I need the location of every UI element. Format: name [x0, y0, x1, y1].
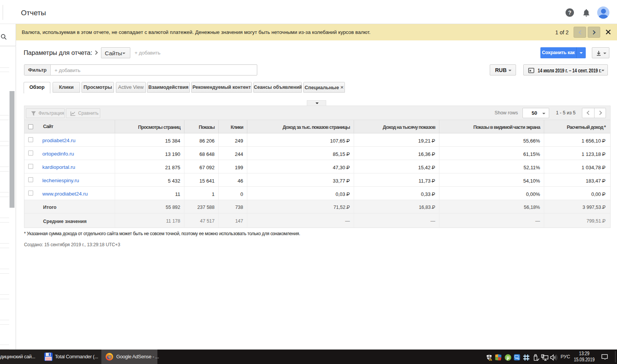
svg-text:µ: µ [506, 354, 509, 360]
